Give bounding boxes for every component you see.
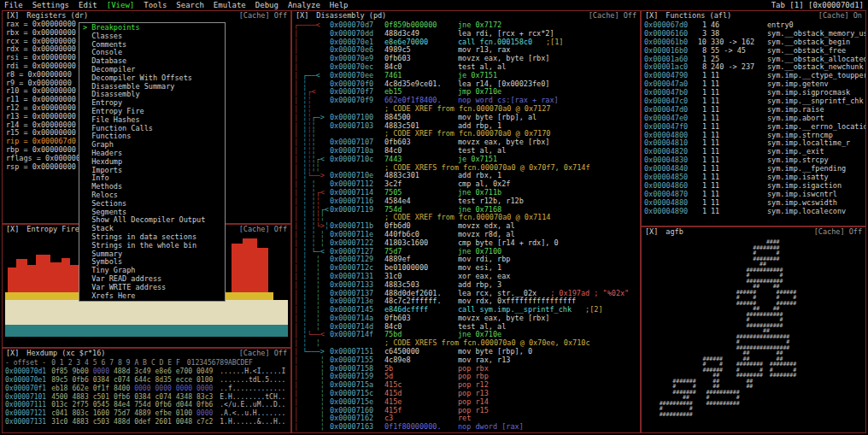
disasm-row[interactable]: │ ╎ └─< 0x0000712775d7jne 0x7100	[294, 248, 640, 256]
menubar-item-analyze[interactable]: Analyze	[288, 1, 320, 9]
function-row[interactable]: 0x000067d0146entry0	[642, 21, 865, 30]
view-menu-item[interactable]: Xrefs Here	[79, 292, 225, 301]
disasm-row[interactable]: │ ╎ 0x00007160415fpop r15	[294, 407, 640, 415]
disasm-row[interactable]: │ ╎ ╎╎┌<0x00007119754djne 0x7168	[294, 206, 640, 215]
function-row[interactable]: 0x000047d0111sym.imp.raise	[642, 106, 865, 115]
hexdump-rows: - offset -0 12 34 56 78 9A BC DE F012345…	[3, 358, 290, 426]
panel-close-button[interactable]: [X]	[6, 349, 19, 358]
hexdump-row[interactable]: 0x0000710145004883c5010fb60384c074434883…	[5, 393, 290, 402]
disasm-row[interactable]: │ 0x000070dd488d3c49lea rdi, [rcx + rcx*…	[294, 30, 640, 38]
disasm-row[interactable]: │ ╎╎ 0x000070f9662e0f1f8400.nop word cs:…	[294, 97, 640, 105]
function-row[interactable]: 0x00004800111sym.imp.strncmp	[642, 132, 865, 140]
menubar-item-search[interactable]: Search	[176, 1, 204, 9]
disasm-row[interactable]: │ 0x000070e90fb603movzx eax, byte [rbx]	[294, 55, 640, 63]
function-row[interactable]: 0x000047e0111sym.imp.abort	[642, 115, 865, 123]
disasm-row[interactable]: │ ╎ ╎ 0x0000712cbe01000000mov esi, 1	[294, 264, 640, 273]
menubar-item-tools[interactable]: Tools	[144, 1, 167, 9]
disasm-row[interactable]: │ ╎ ╎ ╎0x0000712241803c1600cmp byte [r14…	[294, 239, 640, 248]
function-row[interactable]: 0x00004880111sym.imp.wcswidth	[642, 199, 865, 208]
hexdump-row[interactable]: 0x00007121c041803c160075d74889efbe010000…	[5, 409, 290, 418]
panel-close-button[interactable]: [X]	[296, 11, 308, 21]
disasm-row[interactable]: │ ╎ ╎╎ 0x000071164584e4test r12b, r12b	[294, 197, 640, 206]
disasm-row[interactable]: │ ╎╎╎ 0x000071070fb603movzx eax, byte [r…	[294, 138, 640, 147]
function-row[interactable]: 0x00004840111sym.imp.__fpending	[642, 165, 865, 173]
function-row[interactable]: 0x00004820111sym.imp._exit	[642, 148, 865, 156]
function-row[interactable]: 0x000047c0111sym.imp.__snprintf_chk	[642, 97, 865, 106]
function-row[interactable]: 0x00004850111sym.imp.isatty	[642, 173, 865, 182]
disasm-row[interactable]: │ ╎ 0x000071585bpop rbx	[294, 365, 640, 373]
disasm-text: lea r14, [0x00023fe0]	[458, 80, 549, 89]
disasm-row[interactable]: │ ╎ 0x000071595dpop rbp	[294, 373, 640, 381]
disasm-row[interactable]: │ ╎ ╎ 0x00007145e846dcffffcall sym.imp._…	[294, 306, 640, 314]
function-row[interactable]: 0x00004890111sym.imp.localeconv	[642, 208, 865, 216]
disasm-row[interactable]: │ ╎╎╎ 0x000071034883c501add rbp, 1	[294, 122, 640, 131]
function-row[interactable]: 0x000047b0111sym.imp.sigprocmask	[642, 89, 865, 97]
disasm-row[interactable]: │ ╎┌< 0x000070f7eb15jmp 0x710e	[294, 88, 640, 97]
disasm-row[interactable]: │ ┌──< 0x000070ee7461je 0x7151	[294, 72, 640, 80]
menubar-item-file[interactable]: File	[4, 1, 23, 9]
disasm-row[interactable]: │ 0x000070e1e8e6e70000call fcn.000158c0;…	[294, 38, 640, 47]
disasm-row[interactable]: │ ╎ ╎ 0x00007137488d0def2601.lea rcx, st…	[294, 290, 640, 298]
hexdump-row[interactable]: 0x000070d10f859b000000488d3c49e8e6e70000…	[5, 367, 290, 376]
panel-close-button[interactable]: [X]	[645, 227, 658, 237]
function-row[interactable]: 0x000061b010330 -> 162sym.__obstack_begi…	[642, 38, 865, 47]
hexdump-row[interactable]: 0x00007111013c2f75054584e4754d0fb6d0440f…	[5, 401, 290, 409]
disasm-row[interactable]: │ ╎└──< 0x0000714f75bdjne 0x710e	[294, 331, 640, 339]
disasm-row[interactable]: │ ╎└──> 0x0000710e4883c301add rbx, 1	[294, 172, 640, 180]
panel-close-button[interactable]: [X]	[6, 225, 19, 234]
disasm-row[interactable]: │ └───> 0x00007151c6450000mov byte [rbp]…	[294, 348, 640, 356]
disasm-row[interactable]: │ ╎╎╎ ; CODE XREF from fcn.000070a0 @ 0x…	[294, 130, 640, 138]
menubar-item-view[interactable]: [View]	[107, 1, 135, 9]
menubar-item-help[interactable]: Help	[330, 1, 349, 9]
disasm-row[interactable]: │ ╎ ╎ 0x000071294889efmov rdi, rbp	[294, 256, 640, 264]
disasm-text: movzx r8d, al	[458, 231, 515, 239]
disasm-row[interactable]: │ ╎ 0x00007162c3ret	[294, 414, 640, 423]
disasm-row[interactable]: │ ╎ 0x000071630f1f80000000.nop dword [ra…	[294, 423, 640, 432]
menubar-item-emulate[interactable]: Emulate	[214, 1, 246, 9]
disasm-row[interactable]: │ ╎ ╎╎╎ ; CODE XREF from fcn.000070a0 @ …	[294, 214, 640, 222]
disasm-row[interactable]: │ ╎╎ ; CODE XREF from fcn.000070a0 @ 0x7…	[294, 105, 640, 114]
disasm-row[interactable]: │ ╎ ╎ 0x000071334883c503add rbp, 3	[294, 281, 640, 290]
function-row[interactable]: 0x000047a0111sym.imp.getenv	[642, 80, 865, 89]
function-row[interactable]: 0x00001ac08240 -> 237sym.__obstack_newch…	[642, 63, 865, 72]
disasm-row[interactable]: │ ╎╎╎ 0x0000710a84c0test al, al	[294, 147, 640, 156]
disasm-row[interactable]: │ ╎ ╎ ╎0x0000711e440fb6c0movzx r8d, al	[294, 231, 640, 239]
disasm-row[interactable]: │ ╎ 0x0000715c415dpop r13	[294, 390, 640, 398]
disasm-row[interactable]: │ ╎ 0x000070f04c8d35e9ce01.lea r14, [0x0…	[294, 80, 640, 89]
function-row[interactable]: 0x00004860111sym.imp.sigaction	[642, 182, 865, 191]
menubar-item-debug[interactable]: Debug	[255, 1, 279, 9]
disasm-row[interactable]: │ ╎ ╎└>╎0x0000711b0fb6d0movzx edx, al	[294, 222, 640, 231]
disasm-row[interactable]: │ 0x000070ec84c0test al, al	[294, 63, 640, 72]
function-row[interactable]: 0x00004830111sym.imp.strcpy	[642, 156, 865, 165]
function-row[interactable]: 0x00001a60125sym.__obstack_allocated_p	[642, 56, 865, 64]
disasm-row[interactable]: │ ╎ ╎ 0x0000713131c0xor eax, eax	[294, 273, 640, 281]
disasm-row[interactable]: │ 0x000070e64989c5mov r13, rax	[294, 46, 640, 55]
panel-close-button[interactable]: [X]	[645, 11, 658, 21]
disasm-row[interactable]: │ ╎╎┌─> 0x00007100884500mov byte [rbp], …	[294, 114, 640, 122]
disasm-row[interactable]: │ ╎╎╎┌<0x0000710c7443je 0x7151	[294, 156, 640, 164]
disasm-row[interactable]: │ ╎ ╎┌<0x000071147505jne 0x711b	[294, 189, 640, 197]
function-row[interactable]: 0x00004810111sym.imp.localtime_r	[642, 139, 865, 148]
function-name: sym.imp.iswcntrl	[767, 191, 837, 199]
menubar-item-edit[interactable]: Edit	[79, 1, 97, 9]
hexdump-row[interactable]: 0x000070f1eb18662e0f1f840000000000000000…	[5, 385, 290, 393]
menubar-item-settings[interactable]: Settings	[32, 1, 69, 9]
disasm-row[interactable]: │ ╎ ╎ 0x0000714d84c0test al, al	[294, 323, 640, 332]
disasm-row[interactable]: │ ╎ 0x0000715a415cpop r12	[294, 381, 640, 390]
hexdump-row[interactable]: 0x0000713131c04883c503488d0def26010048c7…	[5, 418, 290, 426]
disasm-row[interactable]: │ ╎ ╎ 0x0000713e48c7c2ffffff.mov rdx, 0x…	[294, 297, 640, 306]
disasm-row[interactable]: │ ╎ 0x0000715e415epop r14	[294, 398, 640, 407]
hexdump-row[interactable]: 0x000070e189c50fb60384c074644c8d35ecce01…	[5, 376, 290, 385]
function-row[interactable]: 0x00004870111sym.imp.iswcntrl	[642, 191, 865, 199]
disasm-row[interactable]: │ ╎╎╎╎; CODE XREFS from fcn.000070a0 @ 0…	[294, 164, 640, 173]
disasm-row[interactable]: │ ╎ ╎ 0x0000714a0fb603movzx eax, byte [r…	[294, 314, 640, 323]
disasm-row[interactable]: │ ╎ ╎ 0x000071123c2fcmp al, 0x2f	[294, 180, 640, 189]
function-row[interactable]: 0x000047f0111sym.imp.__errno_location	[642, 123, 865, 132]
disasm-row[interactable]: ┌────< 0x000070d70f859b000000jne 0x7172	[294, 21, 640, 30]
disasm-row[interactable]: │ ╎ ╎ ; CODE XREFS from fcn.000070a0 @ 0…	[294, 339, 640, 348]
function-row[interactable]: 0x00006160338sym.__obstack_memory_used	[642, 30, 865, 38]
hex-ascii: .A.<..u.H.......	[220, 409, 285, 418]
disasm-row[interactable]: │ ╎ 0x000071554c89e8mov rax, r13	[294, 356, 640, 365]
function-row[interactable]: 0x00004790111sym.imp.__ctype_toupper_	[642, 72, 865, 80]
function-row[interactable]: 0x000016b0855 -> 45sym.__obstack_free	[642, 47, 865, 56]
